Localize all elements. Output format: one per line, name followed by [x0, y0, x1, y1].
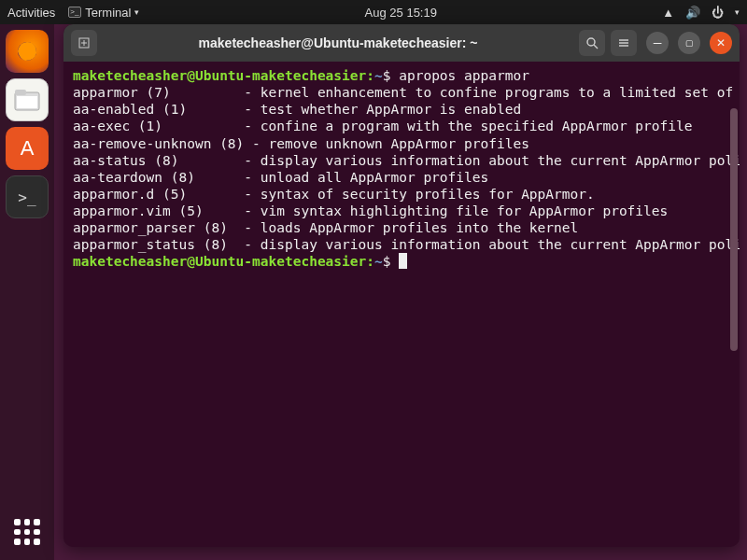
output-line: aa-teardown (8) - unload all AppArmor pr… — [73, 170, 488, 185]
show-applications-button[interactable] — [8, 513, 46, 551]
close-icon: ✕ — [716, 36, 726, 49]
new-tab-button[interactable] — [71, 30, 97, 56]
minimize-button[interactable]: ‒ — [646, 32, 669, 54]
output-line: apparmor.vim (5) - vim syntax highlighti… — [73, 203, 668, 218]
dock-terminal[interactable]: >_ — [6, 175, 49, 218]
dock: A >_ — [0, 24, 54, 560]
svg-point-7 — [587, 38, 595, 46]
scrollbar[interactable] — [730, 108, 738, 351]
output-line: apparmor_status (8) - display various in… — [73, 237, 740, 252]
svg-line-8 — [594, 45, 598, 49]
power-icon[interactable]: ⏻ — [712, 6, 724, 20]
terminal-window: maketecheasher@Ubuntu-maketecheasier: ~ … — [63, 24, 740, 547]
prompt-user-host: maketecheasher@Ubuntu-maketecheasier — [73, 254, 366, 269]
window-title: maketecheasher@Ubuntu-maketecheasier: ~ — [103, 35, 573, 50]
prompt-path: ~ — [374, 68, 383, 83]
network-icon[interactable]: ▲ — [662, 6, 674, 20]
maximize-button[interactable]: ▢ — [678, 32, 700, 54]
maximize-icon: ▢ — [685, 38, 694, 48]
terminal-icon: >_ — [18, 189, 35, 206]
output-line: aa-exec (1) - confine a program with the… — [73, 119, 692, 133]
output-line: apparmor (7) - kernel enhancement to con… — [73, 85, 740, 100]
close-button[interactable]: ✕ — [710, 32, 732, 54]
output-line: apparmor_parser (8) - loads AppArmor pro… — [73, 220, 578, 235]
app-menu-label: Terminal — [85, 6, 131, 20]
app-menu[interactable]: >_ Terminal ▾ — [68, 6, 139, 20]
svg-rect-3 — [17, 96, 37, 108]
prompt-user-host: maketecheasher@Ubuntu-maketecheasier — [73, 68, 366, 83]
window-titlebar[interactable]: maketecheasher@Ubuntu-maketecheasier: ~ … — [63, 24, 740, 62]
output-line: aa-status (8) - display various informat… — [73, 153, 740, 168]
dock-software[interactable]: A — [6, 127, 49, 170]
gnome-topbar: Activities >_ Terminal ▾ Aug 25 15:19 ▲ … — [0, 0, 747, 24]
search-button[interactable] — [579, 30, 605, 56]
terminal-content[interactable]: maketecheasher@Ubuntu-maketecheasier:~$ … — [63, 62, 740, 547]
prompt-symbol: $ — [383, 254, 391, 269]
minimize-icon: ‒ — [653, 39, 662, 47]
cursor — [399, 253, 407, 269]
dock-files[interactable] — [6, 78, 49, 121]
prompt-symbol: $ — [383, 68, 391, 83]
terminal-small-icon: >_ — [68, 7, 81, 18]
menu-button[interactable] — [611, 30, 637, 56]
volume-icon[interactable]: 🔊 — [685, 6, 700, 20]
clock[interactable]: Aug 25 15:19 — [139, 6, 662, 20]
dock-firefox[interactable] — [6, 30, 49, 73]
output-line: apparmor.d (5) - syntax of security prof… — [73, 187, 595, 202]
output-line: aa-remove-unknown (8) - remove unknown A… — [73, 136, 529, 151]
output-line: aa-enabled (1) - test whether AppArmor i… — [73, 102, 521, 117]
chevron-down-icon[interactable]: ▾ — [735, 7, 740, 17]
shopping-bag-icon: A — [21, 136, 35, 161]
activities-button[interactable]: Activities — [7, 6, 55, 20]
command-text: apropos apparmor — [399, 68, 529, 83]
prompt-path: ~ — [374, 254, 383, 269]
svg-rect-2 — [15, 90, 26, 95]
